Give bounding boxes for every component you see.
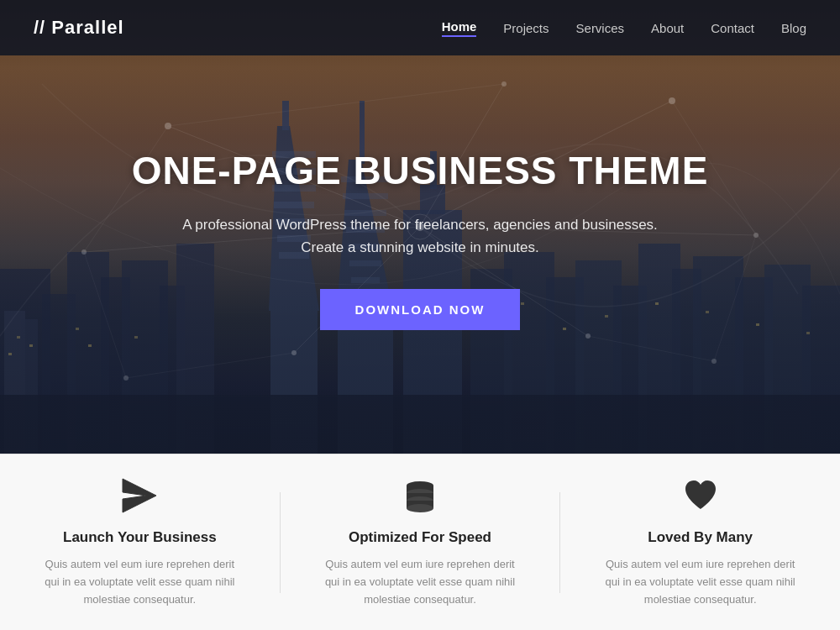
logo: // Parallel xyxy=(34,17,124,39)
svg-line-81 xyxy=(126,353,294,378)
launch-icon xyxy=(119,475,160,516)
heart-icon xyxy=(680,475,721,516)
features-section: Launch Your Business Quis autem vel eum … xyxy=(0,454,840,630)
nav-home[interactable]: Home xyxy=(442,19,477,37)
nav-services[interactable]: Services xyxy=(576,21,625,35)
svg-point-90 xyxy=(407,504,433,512)
nav: Home Projects Services About Contact Blo… xyxy=(442,19,806,37)
nav-projects[interactable]: Projects xyxy=(503,21,549,35)
svg-line-80 xyxy=(714,235,756,361)
download-button[interactable]: DOWNLOAD NOW xyxy=(320,289,521,330)
feature-launch: Launch Your Business Quis autem vel eum … xyxy=(0,459,280,625)
feature-launch-title: Launch Your Business xyxy=(63,529,217,546)
hero-content: ONE-PAGE BUSINESS THEME A professional W… xyxy=(132,149,709,330)
nav-about[interactable]: About xyxy=(651,21,684,35)
svg-marker-83 xyxy=(123,479,156,512)
svg-line-79 xyxy=(84,252,126,378)
feature-launch-desc: Quis autem vel eum iure reprehen derit q… xyxy=(39,556,240,608)
hero-subtitle: A professional WordPress theme for freel… xyxy=(132,213,709,259)
svg-line-77 xyxy=(168,84,504,126)
hero-section: ONE-PAGE BUSINESS THEME A professional W… xyxy=(0,0,840,454)
feature-loved: Loved By Many Quis autem vel eum iure re… xyxy=(560,459,840,625)
hero-title: ONE-PAGE BUSINESS THEME xyxy=(132,149,709,193)
svg-line-82 xyxy=(588,336,714,361)
feature-speed-desc: Quis autem vel eum iure reprehen derit q… xyxy=(319,556,521,608)
nav-blog[interactable]: Blog xyxy=(781,21,806,35)
nav-contact[interactable]: Contact xyxy=(711,21,754,35)
feature-loved-title: Loved By Many xyxy=(648,529,753,546)
feature-speed-title: Optimized For Speed xyxy=(349,529,491,546)
header: // Parallel Home Projects Services About… xyxy=(0,0,840,55)
feature-speed: Optimized For Speed Quis autem vel eum i… xyxy=(281,459,560,625)
database-icon xyxy=(400,475,440,516)
feature-loved-desc: Quis autem vel eum iure reprehen derit q… xyxy=(600,556,801,608)
